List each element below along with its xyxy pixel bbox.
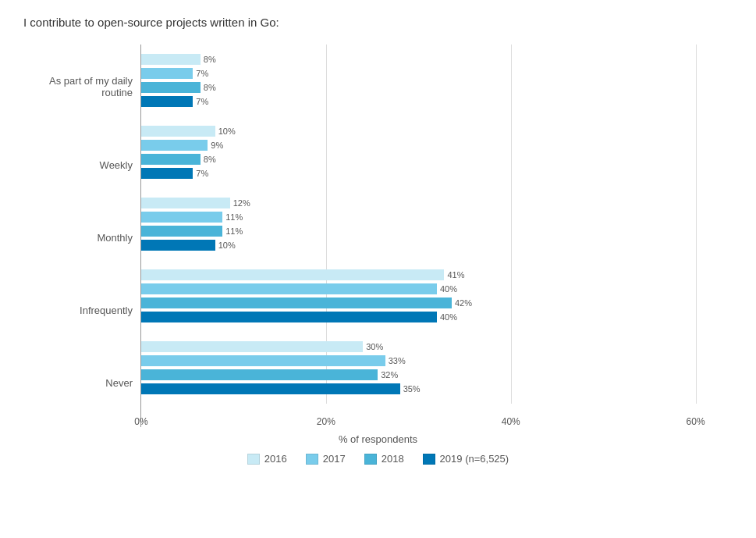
bar-value-label: 8% <box>204 83 216 92</box>
bar-value-label: 32% <box>381 370 398 379</box>
bar-value-label: 40% <box>440 284 457 294</box>
bar-value-label: 7% <box>196 97 208 106</box>
bar-value-label: 30% <box>366 342 383 351</box>
bar-2017 <box>141 355 385 366</box>
bar-2016 <box>141 269 444 280</box>
bar-row: 10% <box>141 125 733 137</box>
bar-group: 30%33%32%35% <box>141 337 733 398</box>
legend-color-box <box>364 454 377 465</box>
bar-row: 7% <box>141 167 733 180</box>
bar-row: 8% <box>141 153 733 166</box>
bar-row: 7% <box>141 95 733 108</box>
bar-value-label: 7% <box>196 69 208 78</box>
legend-item-2019: 2019 (n=6,525) <box>423 453 509 465</box>
y-label: Monthly <box>23 232 140 244</box>
x-axis-title: % of respondents <box>23 433 733 445</box>
bar-row: 10% <box>141 239 733 251</box>
bar-2019 <box>141 312 437 322</box>
bar-row: 7% <box>141 67 733 80</box>
bar-2016 <box>141 198 230 208</box>
legend-color-box <box>423 454 435 465</box>
bar-row: 9% <box>141 139 733 151</box>
bar-2018 <box>141 226 222 237</box>
bar-value-label: 33% <box>389 356 406 365</box>
bar-row: 8% <box>141 81 733 94</box>
bar-value-label: 7% <box>196 169 208 178</box>
bar-group: 12%11%11%10% <box>141 194 733 255</box>
bars-area: 8%7%8%7%10%9%8%7%12%11%11%10%41%40%42%40… <box>140 45 733 427</box>
bar-2017 <box>141 140 208 151</box>
legend-item-2016: 2016 <box>247 453 287 465</box>
chart-title: I contribute to open-source projects wri… <box>23 16 733 29</box>
bar-value-label: 35% <box>403 384 421 394</box>
bar-row: 8% <box>141 53 733 66</box>
bar-value-label: 11% <box>225 226 243 236</box>
bar-row: 40% <box>141 311 733 323</box>
legend-item-2018: 2018 <box>364 453 404 465</box>
bar-2017 <box>141 212 222 223</box>
legend-item-2017: 2017 <box>306 453 346 465</box>
y-label: Never <box>23 377 140 390</box>
legend-label: 2018 <box>382 453 404 465</box>
bar-row: 12% <box>141 197 733 209</box>
bar-value-label: 12% <box>233 198 250 208</box>
bar-2016 <box>141 54 201 65</box>
legend-label: 2016 <box>264 453 287 465</box>
bar-value-label: 8% <box>204 55 216 64</box>
bar-value-label: 41% <box>447 270 464 280</box>
bar-value-label: 42% <box>455 298 472 308</box>
legend-color-box <box>306 454 318 465</box>
bar-2019 <box>141 383 400 394</box>
legend-label: 2019 (n=6,525) <box>440 453 509 465</box>
legend: 2016201720182019 (n=6,525) <box>23 453 733 465</box>
bar-2018 <box>141 298 452 308</box>
bar-2019 <box>141 96 193 107</box>
y-label: As part of my daily routine <box>23 75 140 99</box>
bar-value-label: 40% <box>440 312 457 322</box>
chart-area: As part of my daily routineWeeklyMonthly… <box>23 45 733 427</box>
legend-label: 2017 <box>323 453 346 465</box>
bar-row: 41% <box>141 269 733 281</box>
bar-groups: 8%7%8%7%10%9%8%7%12%11%11%10%41%40%42%40… <box>141 45 733 404</box>
bar-2016 <box>141 341 363 352</box>
bar-value-label: 9% <box>211 141 223 150</box>
bar-value-label: 10% <box>218 240 236 250</box>
bar-2019 <box>141 168 193 179</box>
bar-2016 <box>141 126 215 137</box>
x-axis-label: 60% <box>687 416 705 427</box>
bar-row: 35% <box>141 383 733 395</box>
chart-container: I contribute to open-source projects wri… <box>0 0 756 538</box>
y-label: Weekly <box>23 159 140 172</box>
bar-row: 30% <box>141 340 733 353</box>
bar-2019 <box>141 240 215 251</box>
x-axis-label: 20% <box>317 416 335 427</box>
bar-2017 <box>141 68 193 79</box>
bar-row: 32% <box>141 369 733 381</box>
y-axis-labels: As part of my daily routineWeeklyMonthly… <box>23 45 140 427</box>
bar-group: 8%7%8%7% <box>141 50 733 111</box>
bar-value-label: 8% <box>204 155 216 164</box>
bar-row: 11% <box>141 211 733 223</box>
bar-row: 42% <box>141 297 733 309</box>
bar-value-label: 10% <box>218 126 236 136</box>
x-axis-label: 0% <box>134 416 147 427</box>
legend-color-box <box>247 454 260 465</box>
bar-group: 10%9%8%7% <box>141 122 733 183</box>
bar-row: 33% <box>141 355 733 367</box>
bar-row: 40% <box>141 283 733 295</box>
bar-group: 41%40%42%40% <box>141 265 733 326</box>
bar-value-label: 11% <box>225 212 243 222</box>
x-axis-label: 40% <box>502 416 520 427</box>
bar-2018 <box>141 154 201 165</box>
bar-2018 <box>141 82 201 93</box>
bar-2018 <box>141 369 378 380</box>
y-label: Infrequently <box>23 305 140 317</box>
x-axis-labels: 0%20%40%60%80% <box>141 404 733 427</box>
bar-row: 11% <box>141 225 733 237</box>
bar-2017 <box>141 283 437 294</box>
